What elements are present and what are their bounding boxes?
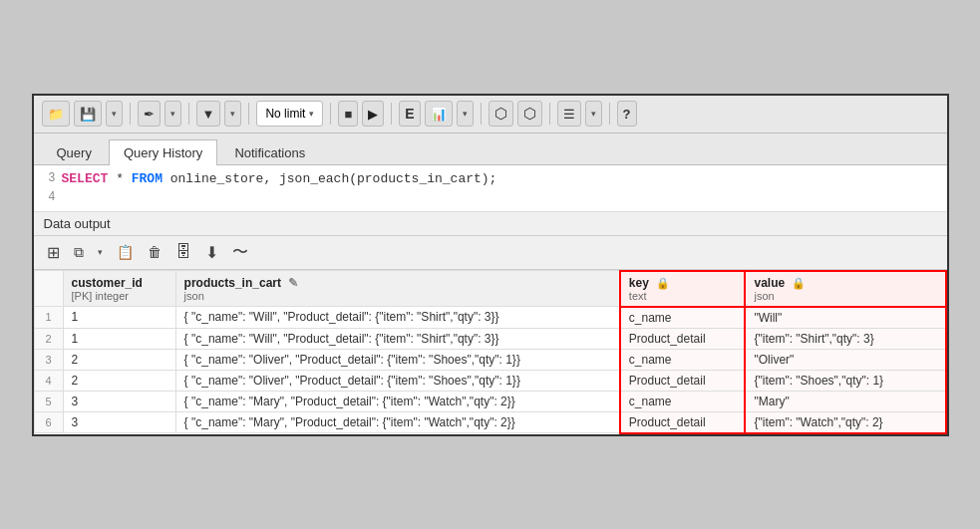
table-row: 32{ "c_name": "Oliver", "Product_detail"…	[34, 349, 946, 370]
cell-key[interactable]: Product_detail	[620, 370, 746, 391]
key-lock-icon: 🔒	[656, 277, 670, 289]
data-table-wrapper: customer_id [PK] integer products_in_car…	[34, 270, 947, 434]
data-table: customer_id [PK] integer products_in_car…	[34, 270, 947, 434]
edit-button[interactable]: ✒	[138, 101, 161, 127]
cell-key[interactable]: Product_detail	[620, 411, 746, 433]
export2-button[interactable]: ⬡	[517, 101, 542, 127]
line-number-3: 3	[34, 169, 62, 185]
cell-value[interactable]: "Oliver"	[745, 349, 945, 370]
cell-rownum: 6	[34, 411, 63, 433]
main-toolbar: 📁 💾 ▾ ✒ ▾ ▼ ▾ No limit ▾ ■ ▶ E 📊 ▾ ⬡ ⬡ ☰…	[34, 96, 947, 133]
cell-rownum: 4	[34, 370, 63, 391]
edit-dropdown-button[interactable]: ▾	[164, 101, 181, 127]
paste-button[interactable]: 📋	[112, 242, 139, 262]
query-line-3: 3 SELECT * FROM online_store, json_each(…	[34, 169, 947, 188]
data-toolbar: ⊞ ⧉ ▾ 📋 🗑 🗄 ⬇ 〜	[34, 236, 947, 270]
open-file-button[interactable]: 📁	[42, 101, 70, 127]
download-button[interactable]: ⬇	[200, 241, 223, 264]
cell-rownum: 3	[34, 349, 63, 370]
list-dropdown-button[interactable]: ▾	[585, 101, 602, 127]
table-row: 53{ "c_name": "Mary", "Product_detail": …	[34, 391, 946, 411]
save-dropdown-button[interactable]: ▾	[106, 101, 123, 127]
cell-products-in-cart[interactable]: { "c_name": "Oliver", "Product_detail": …	[175, 370, 620, 391]
toolbar-separator-1	[130, 103, 131, 125]
toolbar-separator-6	[481, 103, 482, 125]
no-limit-chevron: ▾	[309, 109, 314, 119]
cell-products-in-cart[interactable]: { "c_name": "Mary", "Product_detail": {"…	[175, 391, 620, 411]
copy-button[interactable]: ⧉	[69, 242, 89, 263]
cell-customer-id[interactable]: 2	[63, 370, 175, 391]
no-limit-label: No limit	[265, 107, 305, 121]
copy-dropdown-button[interactable]: ▾	[93, 245, 108, 259]
cell-products-in-cart[interactable]: { "c_name": "Will", "Product_detail": {"…	[175, 307, 620, 329]
cell-value[interactable]: "Mary"	[745, 391, 945, 411]
tab-query[interactable]: Query	[42, 139, 107, 165]
table-header-row: customer_id [PK] integer products_in_car…	[34, 271, 946, 307]
toolbar-separator-4	[330, 103, 331, 125]
edit-pencil-icon: ✎	[288, 276, 298, 290]
cell-rownum: 5	[34, 391, 63, 411]
add-row-button[interactable]: ⊞	[42, 241, 65, 264]
export1-button[interactable]: ⬡	[489, 101, 513, 127]
db-table-button[interactable]: 🗄	[170, 241, 196, 263]
value-lock-icon: 🔒	[792, 277, 806, 289]
delete-button[interactable]: 🗑	[143, 242, 166, 262]
toolbar-separator-2	[188, 103, 189, 125]
cell-customer-id[interactable]: 1	[63, 328, 175, 349]
table-row: 63{ "c_name": "Mary", "Product_detail": …	[34, 411, 946, 433]
list-button[interactable]: ☰	[557, 101, 581, 127]
toolbar-separator-5	[391, 103, 392, 125]
query-editor[interactable]: 3 SELECT * FROM online_store, json_each(…	[34, 165, 947, 212]
col-header-value[interactable]: value 🔒 json	[745, 271, 945, 307]
filter-button[interactable]: ▼	[196, 101, 221, 127]
line-number-4: 4	[34, 188, 62, 204]
help-button[interactable]: ?	[617, 101, 637, 127]
query-code-4	[62, 188, 70, 207]
explain-button[interactable]: E	[399, 101, 420, 127]
cell-key[interactable]: Product_detail	[620, 328, 746, 349]
col-header-customer-id[interactable]: customer_id [PK] integer	[63, 271, 175, 307]
cell-customer-id[interactable]: 1	[63, 307, 175, 329]
table-row: 21{ "c_name": "Will", "Product_detail": …	[34, 328, 946, 349]
no-limit-dropdown[interactable]: No limit ▾	[256, 101, 323, 127]
chart-button[interactable]: 📊	[425, 101, 453, 127]
chart-dropdown-button[interactable]: ▾	[457, 101, 474, 127]
filter-dropdown-button[interactable]: ▾	[224, 101, 241, 127]
cell-value[interactable]: {"item": "Shoes","qty": 1}	[745, 370, 945, 391]
cell-key[interactable]: c_name	[620, 307, 746, 329]
toolbar-separator-7	[549, 103, 550, 125]
graph-button[interactable]: 〜	[227, 240, 253, 265]
cell-products-in-cart[interactable]: { "c_name": "Oliver", "Product_detail": …	[175, 349, 620, 370]
data-output-label: Data output	[34, 212, 947, 236]
table-body: 11{ "c_name": "Will", "Product_detail": …	[34, 307, 946, 433]
cell-rownum: 2	[34, 328, 63, 349]
tab-query-history[interactable]: Query History	[109, 139, 217, 165]
cell-value[interactable]: {"item": "Watch","qty": 2}	[745, 411, 945, 433]
cell-customer-id[interactable]: 2	[63, 349, 175, 370]
cell-key[interactable]: c_name	[620, 349, 746, 370]
cell-products-in-cart[interactable]: { "c_name": "Mary", "Product_detail": {"…	[175, 411, 620, 433]
table-row: 42{ "c_name": "Oliver", "Product_detail"…	[34, 370, 946, 391]
toolbar-separator-8	[609, 103, 610, 125]
main-window: 📁 💾 ▾ ✒ ▾ ▼ ▾ No limit ▾ ■ ▶ E 📊 ▾ ⬡ ⬡ ☰…	[32, 94, 949, 436]
cell-customer-id[interactable]: 3	[63, 391, 175, 411]
tabs-bar: Query Query History Notifications	[34, 133, 947, 165]
cell-customer-id[interactable]: 3	[63, 411, 175, 433]
toolbar-separator-3	[248, 103, 249, 125]
run-button[interactable]: ▶	[362, 101, 384, 127]
cell-products-in-cart[interactable]: { "c_name": "Will", "Product_detail": {"…	[175, 328, 620, 349]
tab-notifications[interactable]: Notifications	[219, 139, 320, 165]
query-code-3: SELECT * FROM online_store, json_each(pr…	[62, 169, 497, 188]
col-header-key[interactable]: key 🔒 text	[620, 271, 746, 307]
cell-value[interactable]: {"item": "Shirt","qty": 3}	[745, 328, 945, 349]
cell-rownum: 1	[34, 307, 63, 329]
stop-button[interactable]: ■	[338, 101, 358, 127]
col-header-rownum	[34, 271, 63, 307]
query-line-4: 4	[34, 188, 947, 207]
cell-key[interactable]: c_name	[620, 391, 746, 411]
col-header-products-in-cart[interactable]: products_in_cart ✎ json	[175, 271, 620, 307]
table-row: 11{ "c_name": "Will", "Product_detail": …	[34, 307, 946, 329]
save-button[interactable]: 💾	[74, 101, 102, 127]
cell-value[interactable]: "Will"	[745, 307, 945, 329]
